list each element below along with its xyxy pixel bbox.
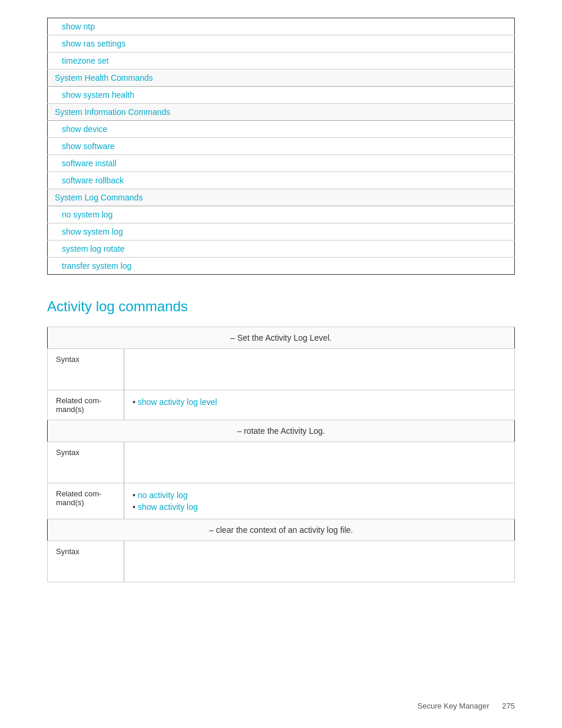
activity-block-header: – Set the Activity Log Level. [48, 327, 515, 349]
nav-link[interactable]: show ntp [62, 22, 95, 31]
activity-block-header: – rotate the Activity Log. [48, 420, 515, 442]
nav-link[interactable]: no system log [62, 210, 113, 219]
nav-link[interactable]: transfer system log [62, 261, 131, 271]
related-commands-content: no activity logshow activity log [124, 483, 515, 519]
nav-section-header[interactable]: System Information Commands [55, 107, 170, 117]
footer-page-number: 275 [502, 701, 515, 710]
related-commands-label: Related com-mand(s) [48, 390, 124, 420]
nav-link[interactable]: show system health [62, 90, 134, 100]
nav-link[interactable]: system log rotate [62, 244, 125, 253]
nav-section-header[interactable]: System Health Commands [55, 73, 153, 83]
nav-link[interactable]: software install [62, 159, 117, 168]
syntax-content [124, 442, 515, 483]
page-footer: Secure Key Manager 275 [418, 701, 515, 710]
nav-table: show ntpshow ras settingstimezone setSys… [47, 18, 515, 275]
related-commands-content: show activity log level [124, 390, 515, 420]
activity-block-header: – clear the context of an activity log f… [48, 519, 515, 541]
syntax-content [124, 541, 515, 582]
nav-link[interactable]: software rollback [62, 176, 124, 185]
syntax-label: Syntax [48, 442, 124, 483]
page-container: show ntpshow ras settingstimezone setSys… [0, 0, 562, 618]
related-link[interactable]: show activity log [138, 502, 198, 512]
nav-link[interactable]: show system log [62, 227, 123, 236]
footer-product: Secure Key Manager [418, 701, 490, 710]
related-link[interactable]: no activity log [138, 490, 188, 500]
nav-section-header[interactable]: System Log Commands [55, 193, 143, 202]
nav-link[interactable]: show device [62, 124, 107, 134]
nav-link[interactable]: show ras settings [62, 39, 125, 48]
syntax-content [124, 349, 515, 390]
related-commands-label: Related com-mand(s) [48, 483, 124, 519]
section-title: Activity log commands [47, 298, 515, 315]
related-link[interactable]: show activity log level [138, 397, 217, 407]
activity-table: – Set the Activity Log Level.SyntaxRelat… [47, 327, 515, 582]
nav-link[interactable]: timezone set [62, 56, 108, 65]
nav-link[interactable]: show software [62, 141, 114, 151]
syntax-label: Syntax [48, 541, 124, 582]
syntax-label: Syntax [48, 349, 124, 390]
